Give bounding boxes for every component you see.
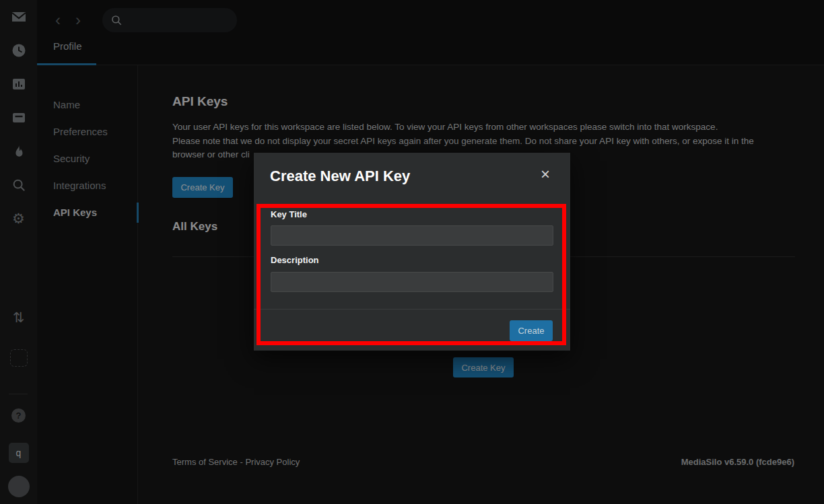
key-title-label: Key Title: [271, 209, 307, 219]
create-button[interactable]: Create: [510, 320, 553, 341]
key-title-input[interactable]: [271, 225, 553, 246]
description-input[interactable]: [271, 272, 553, 292]
close-icon[interactable]: ×: [541, 166, 550, 182]
app-root: ⚙ ⇅ ? q ‹ › Profile Name Preferences Sec…: [0, 0, 824, 504]
description-label: Description: [271, 255, 319, 265]
modal-footer-divider: [254, 309, 570, 310]
create-api-key-modal: Create New API Key × Key Title Descripti…: [254, 153, 570, 351]
modal-title: Create New API Key: [270, 168, 410, 185]
